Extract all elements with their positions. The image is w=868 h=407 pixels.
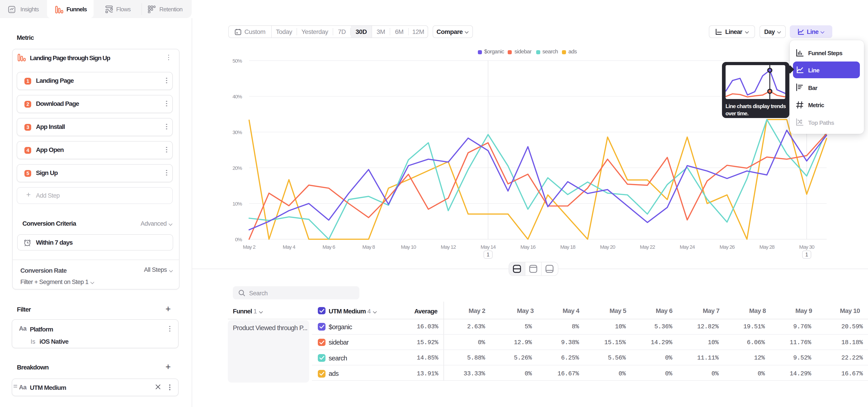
svg-text:May 20: May 20 [600, 244, 615, 250]
svg-text:1: 1 [805, 252, 808, 257]
svg-text:May 6: May 6 [322, 244, 335, 250]
svg-text:May 22: May 22 [640, 244, 655, 250]
svg-text:May 4: May 4 [283, 244, 296, 250]
svg-text:May 16: May 16 [520, 244, 535, 250]
svg-text:May 2: May 2 [243, 244, 255, 250]
svg-text:40%: 40% [232, 94, 242, 99]
svg-text:1: 1 [487, 252, 490, 257]
svg-text:May 24: May 24 [680, 244, 695, 250]
svg-text:May 30: May 30 [799, 244, 814, 250]
svg-text:20%: 20% [232, 165, 242, 171]
svg-text:May 12: May 12 [441, 244, 456, 250]
svg-text:May 8: May 8 [362, 244, 375, 250]
svg-text:May 26: May 26 [719, 244, 735, 250]
svg-text:May 28: May 28 [759, 244, 774, 250]
svg-text:May 18: May 18 [560, 244, 575, 250]
svg-text:0%: 0% [235, 237, 242, 242]
svg-text:May 14: May 14 [480, 244, 496, 250]
svg-text:50%: 50% [232, 58, 242, 64]
svg-text:10%: 10% [232, 201, 242, 207]
svg-text:May 10: May 10 [401, 244, 416, 250]
svg-text:30%: 30% [232, 129, 242, 135]
